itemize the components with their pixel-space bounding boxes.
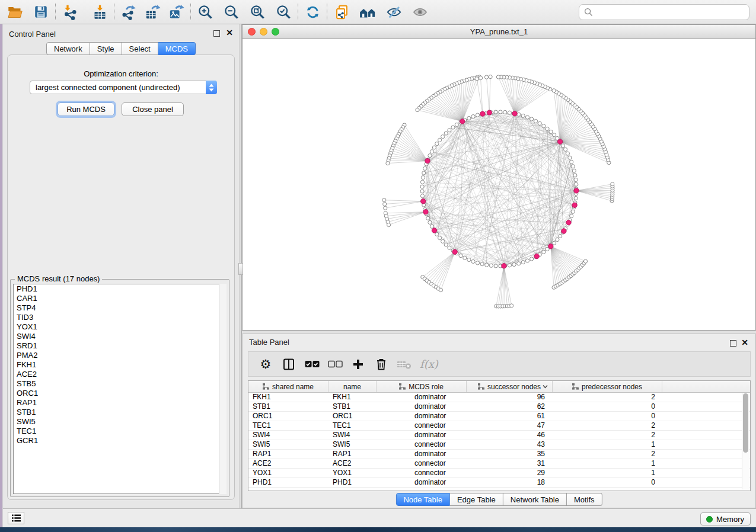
tab-motifs[interactable]: Motifs bbox=[567, 493, 602, 506]
control-panel-float-icon[interactable] bbox=[213, 30, 220, 37]
hide-graphics-details-icon[interactable] bbox=[384, 2, 404, 21]
table-cell: TEC1 bbox=[328, 421, 377, 430]
table-row[interactable]: SWI4SWI4dominator462 bbox=[248, 431, 750, 440]
tab-style[interactable]: Style bbox=[90, 42, 122, 55]
export-network-icon[interactable] bbox=[119, 2, 139, 21]
delete-table-icon[interactable] bbox=[397, 357, 412, 372]
memory-label: Memory bbox=[716, 515, 744, 524]
table-row[interactable]: SWI5SWI5connector431 bbox=[248, 440, 750, 450]
mcds-result-item[interactable]: RAP1 bbox=[14, 398, 226, 408]
clear-selection-icon[interactable] bbox=[327, 357, 343, 372]
table-row[interactable]: STB1STB1dominator620 bbox=[248, 402, 750, 412]
import-table-icon[interactable] bbox=[90, 2, 110, 21]
table-cell: RAP1 bbox=[248, 450, 328, 459]
table-row[interactable]: YOX1YOX1connector291 bbox=[248, 469, 750, 478]
mcds-result-item[interactable]: FKH1 bbox=[14, 360, 226, 370]
export-table-icon[interactable] bbox=[142, 2, 162, 21]
add-column-icon[interactable] bbox=[350, 357, 366, 372]
table-row[interactable]: FKH1FKH1dominator962 bbox=[248, 393, 750, 402]
mcds-result-item[interactable]: SRD1 bbox=[14, 341, 226, 351]
zoom-in-icon[interactable] bbox=[195, 2, 215, 21]
table-cell: 1 bbox=[553, 459, 662, 468]
mcds-list-scrollbar[interactable] bbox=[219, 284, 227, 494]
table-scrollbar[interactable] bbox=[742, 393, 749, 489]
function-builder-icon[interactable]: f(x) bbox=[420, 357, 438, 372]
table-row[interactable]: ACE2ACE2connector311 bbox=[248, 459, 750, 469]
optimization-criterion-select[interactable]: largest connected component (undirected) bbox=[30, 81, 217, 94]
mcds-result-item[interactable]: GCR1 bbox=[14, 436, 226, 446]
column-header-mcds-role[interactable]: MCDS role bbox=[377, 381, 467, 392]
tab-node-table[interactable]: Node Table bbox=[395, 493, 450, 506]
network-canvas[interactable] bbox=[243, 39, 755, 330]
table-cell: dominator bbox=[377, 402, 467, 411]
mcds-result-item[interactable]: PHD1 bbox=[14, 284, 226, 294]
mcds-result-item[interactable]: YOX1 bbox=[14, 322, 226, 332]
column-visibility-icon[interactable] bbox=[281, 357, 296, 372]
status-bar: Memory bbox=[3, 508, 756, 527]
column-header-shared-name[interactable]: shared name bbox=[248, 381, 328, 392]
table-row[interactable]: PHD1PHD1dominator180 bbox=[248, 478, 750, 488]
zoom-selected-icon[interactable] bbox=[273, 2, 294, 21]
tab-network[interactable]: Network bbox=[46, 42, 90, 55]
tab-network-table[interactable]: Network Table bbox=[503, 493, 567, 506]
mcds-result-list[interactable]: PHD1CAR1STP4TID3YOX1SWI4SRD1PMA2FKH1ACE2… bbox=[13, 284, 227, 494]
search-input[interactable] bbox=[596, 8, 749, 17]
table-cell: 62 bbox=[467, 402, 553, 411]
table-panel-title: Table Panel bbox=[249, 338, 289, 347]
control-panel-close-icon[interactable]: ✕ bbox=[226, 28, 233, 37]
memory-button[interactable]: Memory bbox=[700, 512, 751, 525]
mcds-result-item[interactable]: TID3 bbox=[14, 313, 226, 322]
table-row[interactable]: TEC1TEC1connector472 bbox=[248, 421, 750, 431]
table-cell: 2 bbox=[553, 450, 662, 459]
column-header-successor-nodes[interactable]: successor nodes bbox=[467, 381, 553, 392]
mcds-result-item[interactable]: ORC1 bbox=[14, 389, 226, 398]
refresh-icon[interactable] bbox=[302, 2, 323, 21]
table-row[interactable]: RAP1RAP1dominator352 bbox=[248, 450, 750, 459]
tab-edge-table[interactable]: Edge Table bbox=[450, 493, 503, 506]
mcds-result-item[interactable]: STP4 bbox=[14, 303, 226, 313]
close-panel-button[interactable]: Close panel bbox=[122, 102, 184, 116]
table-panel: Table Panel ✕ ⚙ f(x) bbox=[242, 334, 756, 508]
network-window-titlebar[interactable]: YPA_prune.txt_1 bbox=[243, 25, 755, 39]
table-cell: PHD1 bbox=[328, 478, 377, 487]
column-header-predecessor-nodes[interactable]: predecessor nodes bbox=[553, 381, 662, 392]
mcds-result-item[interactable]: CAR1 bbox=[14, 294, 226, 303]
task-history-button[interactable] bbox=[8, 512, 24, 524]
duplicate-network-icon[interactable] bbox=[331, 2, 352, 21]
mcds-result-item[interactable]: PMA2 bbox=[14, 351, 226, 360]
delete-column-icon[interactable] bbox=[374, 357, 389, 372]
network-graph[interactable] bbox=[243, 39, 755, 330]
import-network-icon[interactable] bbox=[60, 2, 80, 21]
table-cell: 1 bbox=[553, 440, 662, 449]
select-all-icon[interactable] bbox=[304, 357, 320, 372]
table-cell bbox=[662, 440, 750, 449]
save-session-icon[interactable] bbox=[31, 2, 51, 21]
tab-select[interactable]: Select bbox=[122, 42, 158, 55]
table-cell: SWI4 bbox=[328, 431, 377, 440]
mcds-result-item[interactable]: TEC1 bbox=[14, 427, 226, 436]
table-scrollbar-thumb[interactable] bbox=[743, 393, 748, 453]
splitter-grip[interactable] bbox=[238, 263, 243, 275]
mcds-result-item[interactable]: SWI4 bbox=[14, 332, 226, 341]
export-image-icon[interactable] bbox=[166, 2, 186, 21]
table-panel-float-icon[interactable] bbox=[730, 340, 736, 347]
zoom-out-icon[interactable] bbox=[221, 2, 241, 21]
zoom-fit-icon[interactable] bbox=[247, 2, 267, 21]
table-cell: STB1 bbox=[248, 402, 328, 411]
network-view-window: YPA_prune.txt_1 bbox=[242, 24, 756, 331]
mcds-result-item[interactable]: SWI5 bbox=[14, 417, 226, 427]
first-neighbors-icon[interactable] bbox=[358, 2, 378, 21]
mcds-result-item[interactable]: STB5 bbox=[14, 379, 226, 389]
mcds-result-item[interactable]: ACE2 bbox=[14, 370, 226, 379]
open-file-icon[interactable] bbox=[5, 2, 25, 21]
search-bar[interactable] bbox=[579, 4, 749, 20]
table-panel-close-icon[interactable]: ✕ bbox=[741, 338, 748, 347]
column-header-name[interactable]: name bbox=[328, 381, 377, 392]
mcds-result-item[interactable]: STB1 bbox=[14, 408, 226, 417]
settings-gear-icon[interactable]: ⚙ bbox=[258, 357, 273, 372]
tab-mcds[interactable]: MCDS bbox=[158, 42, 196, 55]
table-row[interactable]: ORC1ORC1dominator610 bbox=[248, 412, 750, 421]
show-graphics-details-icon[interactable] bbox=[410, 2, 430, 21]
optimization-criterion-label: Optimization criterion: bbox=[8, 69, 234, 78]
run-mcds-button[interactable]: Run MCDS bbox=[58, 102, 114, 116]
